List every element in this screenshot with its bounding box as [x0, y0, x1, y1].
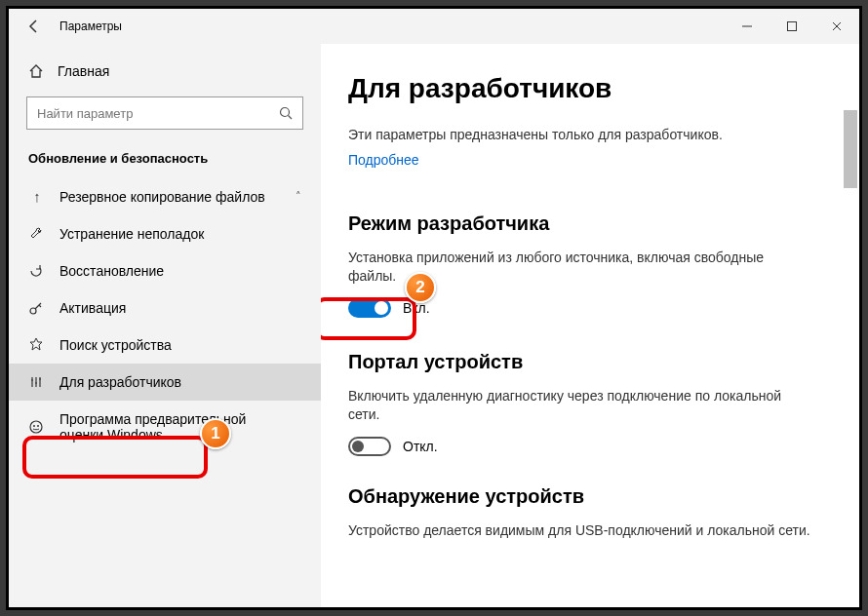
content-pane: Для разработчиков Эти параметры предназн…: [321, 44, 859, 607]
window-controls: [725, 9, 859, 44]
sidebar-item-label: Программа предварительной оценки Windows: [59, 411, 274, 443]
dev-mode-toggle-label: Вкл.: [403, 300, 430, 316]
sidebar-home-label: Главная: [58, 63, 109, 79]
portal-toggle-label: Откл.: [403, 439, 438, 454]
sidebar-home[interactable]: Главная: [9, 56, 321, 87]
dev-mode-toggle[interactable]: [348, 298, 391, 318]
svg-point-7: [37, 425, 39, 427]
wrench-icon: [28, 226, 46, 242]
arrow-up-icon: ↑: [28, 188, 46, 205]
sidebar-item-activation[interactable]: Активация: [9, 289, 321, 327]
scrollbar[interactable]: [844, 110, 857, 188]
sidebar-item-backup[interactable]: ↑ Резервное копирование файлов ˄: [9, 177, 321, 215]
sidebar-item-label: Поиск устройства: [59, 337, 172, 353]
insider-icon: [28, 419, 46, 435]
key-icon: [28, 300, 46, 316]
section-dev-mode-title: Режим разработчика: [348, 212, 840, 235]
sidebar-item-label: Активация: [59, 300, 126, 316]
sidebar-section-title: Обновление и безопасность: [9, 143, 321, 177]
find-device-icon: [28, 337, 46, 353]
window-title: Параметры: [59, 19, 122, 33]
svg-point-2: [281, 108, 290, 117]
section-portal-desc: Включить удаленную диагностику через под…: [348, 387, 797, 425]
section-discovery-title: Обнаружение устройств: [348, 485, 840, 508]
svg-point-6: [33, 425, 35, 427]
minimize-button[interactable]: [725, 9, 769, 44]
sidebar-item-insider[interactable]: Программа предварительной оценки Windows: [9, 401, 321, 453]
developer-icon: [28, 374, 46, 390]
search-input[interactable]: Найти параметр: [26, 96, 303, 130]
recovery-icon: [28, 263, 46, 279]
sidebar-item-developers[interactable]: Для разработчиков: [9, 364, 321, 401]
svg-rect-1: [788, 22, 797, 31]
section-discovery-desc: Устройство делается видимым для USB-подк…: [348, 521, 816, 541]
section-dev-mode-desc: Установка приложений из любого источника…: [348, 249, 797, 287]
learn-more-link[interactable]: Подробнее: [348, 152, 419, 168]
home-icon: [28, 63, 44, 79]
search-icon: [279, 106, 293, 120]
sidebar-item-label: Устранение неполадок: [59, 226, 204, 242]
search-placeholder: Найти параметр: [37, 106, 133, 121]
titlebar: Параметры: [9, 9, 859, 44]
svg-line-3: [289, 116, 293, 120]
sidebar-item-troubleshoot[interactable]: Устранение неполадок: [9, 215, 321, 252]
sidebar-item-recovery[interactable]: Восстановление: [9, 252, 321, 289]
svg-point-5: [30, 421, 42, 433]
sidebar: Главная Найти параметр Обновление и безо…: [9, 44, 321, 607]
sidebar-item-label: Для разработчиков: [59, 374, 181, 390]
close-button[interactable]: [814, 9, 859, 44]
intro-text: Эти параметры предназначены только для р…: [348, 126, 840, 145]
sidebar-item-label: Восстановление: [59, 263, 164, 279]
back-button[interactable]: [17, 9, 52, 44]
chevron-up-icon: ˄: [296, 190, 301, 203]
page-title: Для разработчиков: [348, 73, 840, 104]
portal-toggle[interactable]: [348, 437, 391, 456]
sidebar-item-find-device[interactable]: Поиск устройства: [9, 327, 321, 364]
sidebar-item-label: Резервное копирование файлов: [59, 189, 265, 205]
section-portal-title: Портал устройств: [348, 351, 840, 373]
maximize-button[interactable]: [769, 9, 814, 44]
